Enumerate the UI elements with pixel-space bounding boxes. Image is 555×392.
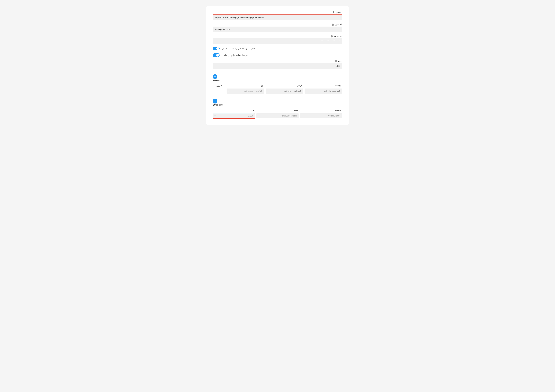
outputs-title: OUTPUTS: [213, 104, 223, 106]
outputs-table-row: لیست: [213, 113, 342, 119]
site-address-label: *آدرس سایت: [213, 11, 342, 14]
inputs-required-checkbox[interactable]: [218, 90, 220, 92]
password-group: کلمه عبور i: [213, 35, 342, 44]
outputs-section-header: + OUTPUTS: [213, 99, 342, 106]
username-input[interactable]: [213, 27, 342, 32]
timeout-info-icon[interactable]: i: [335, 60, 337, 63]
outputs-table-header: برچسب مسیر نوع: [213, 108, 342, 112]
outputs-path-input[interactable]: [256, 113, 299, 118]
inputs-label-input[interactable]: [305, 88, 342, 93]
inputs-required-cell: [213, 90, 225, 92]
inputs-table-row: یک گزینه را انتخاب کنید: [213, 88, 342, 93]
filter-slider: [213, 47, 219, 50]
inputs-add-button[interactable]: +: [213, 74, 217, 79]
store-toggle-row: ذخیره داده‌ها در اولین درخواست: [213, 53, 342, 57]
inputs-col-required: ضروری: [213, 84, 225, 87]
username-label: نام کاربر i: [213, 23, 342, 26]
divider-2: [213, 96, 342, 96]
site-address-input[interactable]: [213, 14, 342, 20]
site-address-group: *آدرس سایت: [213, 11, 342, 20]
store-toggle[interactable]: [213, 53, 219, 57]
inputs-type-select[interactable]: یک گزینه را انتخاب کنید: [226, 88, 264, 93]
store-label: ذخیره داده‌ها در اولین درخواست: [221, 54, 249, 57]
password-label: کلمه عبور i: [213, 35, 342, 37]
inputs-param-input[interactable]: [266, 88, 303, 93]
username-info-icon[interactable]: i: [332, 24, 334, 26]
filter-toggle[interactable]: [213, 47, 219, 50]
outputs-col-type: نوع: [213, 108, 255, 112]
outputs-type-cell: لیست: [213, 113, 255, 119]
timeout-group: وقفه i *: [213, 60, 342, 69]
filter-toggle-row: فیلتر کردن پشتیبانی توسط کلمه کلیدی.: [213, 47, 342, 50]
filter-label: فیلتر کردن پشتیبانی توسط کلمه کلیدی.: [221, 47, 255, 50]
outputs-add-button[interactable]: +: [213, 99, 217, 104]
password-info-icon[interactable]: i: [331, 35, 333, 37]
store-slider: [213, 53, 219, 57]
timeout-input[interactable]: [213, 63, 342, 69]
outputs-col-label: برچسب: [300, 108, 342, 112]
username-group: نام کاربر i: [213, 23, 342, 32]
outputs-type-select[interactable]: لیست: [213, 113, 255, 119]
site-address-required-star: *: [342, 11, 342, 14]
inputs-col-param: پارامتر: [266, 84, 303, 87]
inputs-col-type: نوع: [226, 84, 264, 87]
password-input[interactable]: [213, 38, 342, 44]
inputs-table-header: برچسب پارامتر نوع ضروری: [213, 84, 342, 87]
timeout-label: وقفه i *: [213, 60, 342, 63]
inputs-section-header: + INPUTS: [213, 74, 342, 82]
main-form: *آدرس سایت نام کاربر i کلمه عبور i فیلتر…: [206, 6, 349, 125]
divider-1: [213, 71, 342, 72]
outputs-col-path: مسیر: [256, 108, 299, 112]
inputs-title: INPUTS: [213, 79, 220, 82]
timeout-required-star: *: [334, 60, 335, 62]
outputs-label-input[interactable]: [300, 113, 342, 118]
inputs-col-label: برچسب: [305, 84, 342, 87]
